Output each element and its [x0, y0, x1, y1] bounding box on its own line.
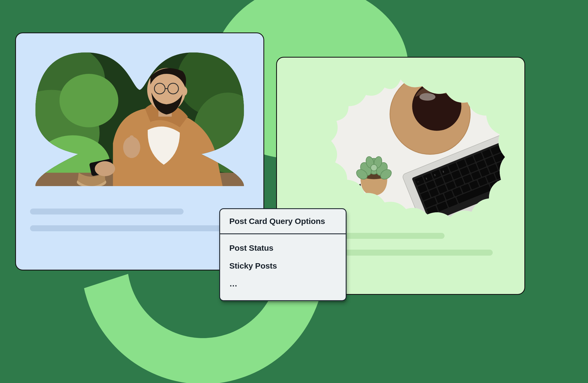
svg-rect-82: [505, 175, 510, 184]
svg-point-12: [95, 161, 115, 176]
query-options-popover: Post Card Query Options Post Status Stic…: [219, 208, 347, 301]
person-illustration: [30, 46, 249, 192]
popover-item-post-status[interactable]: Post Status: [229, 239, 337, 257]
svg-point-33: [371, 164, 377, 171]
post-card-text-placeholder: [30, 209, 249, 231]
placeholder-line: [30, 225, 232, 231]
placeholder-line: [30, 209, 184, 214]
post-card-image: [30, 46, 249, 192]
popover-title: Post Card Query Options: [220, 209, 346, 234]
svg-point-3: [60, 74, 118, 127]
svg-point-23: [412, 82, 461, 131]
svg-rect-11: [129, 135, 134, 146]
popover-item-sticky-posts[interactable]: Sticky Posts: [229, 257, 337, 275]
popover-item-more[interactable]: …: [229, 275, 337, 293]
popover-body: Post Status Sticky Posts …: [220, 234, 346, 300]
stage: ~123 Post Card Query Options Post Status…: [0, 0, 588, 383]
post-card-image: ~123: [291, 71, 510, 217]
svg-point-24: [419, 93, 435, 101]
desk-illustration: ~123: [291, 71, 510, 217]
svg-point-18: [182, 87, 187, 95]
